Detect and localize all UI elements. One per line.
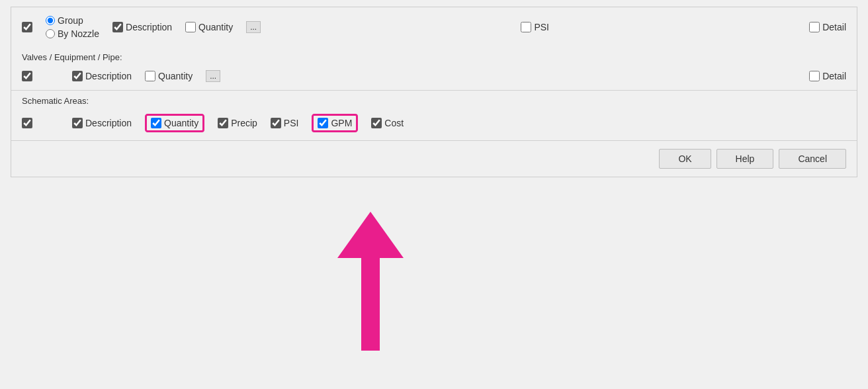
cancel-button[interactable]: Cancel: [779, 149, 846, 169]
valves-section-label: Valves / Equipment / Pipe:: [22, 52, 846, 62]
valves-description-input[interactable]: [72, 71, 83, 81]
row-schematic: Description Quantity Precip PSI GPM: [22, 111, 846, 135]
group-detail-label: Detail: [822, 22, 846, 32]
valves-description-checkbox[interactable]: Description: [72, 71, 132, 81]
schematic-description-input[interactable]: [72, 118, 83, 128]
valves-detail-label: Detail: [822, 71, 846, 81]
arrow-svg: [331, 205, 410, 351]
group-psi-input[interactable]: [521, 22, 531, 32]
valves-quantity-label: Quantity: [158, 71, 193, 81]
group-quantity-label: Quantity: [198, 22, 233, 32]
row-group: Group By Nozzle Description Quantity ...: [22, 13, 846, 42]
section-schematic: Schematic Areas: Description Quantity Pr…: [11, 91, 857, 141]
radio-group-input[interactable]: [46, 16, 55, 25]
schematic-gpm-highlighted[interactable]: GPM: [312, 114, 358, 132]
ok-button[interactable]: OK: [659, 149, 711, 169]
buttons-row: OK Help Cancel: [11, 141, 857, 177]
group-detail-checkbox[interactable]: Detail: [809, 22, 846, 32]
group-description-input[interactable]: [112, 22, 123, 32]
valves-quantity-ellipsis[interactable]: ...: [206, 70, 220, 82]
row-valves: Description Quantity ... Detail: [22, 67, 846, 85]
group-psi-label: PSI: [534, 22, 549, 32]
schematic-main-checkbox[interactable]: [22, 118, 32, 128]
schematic-section-label: Schematic Areas:: [22, 96, 846, 106]
schematic-quantity-label: Quantity: [164, 118, 198, 128]
schematic-psi-checkbox[interactable]: PSI: [271, 118, 299, 128]
group-description-checkbox[interactable]: Description: [112, 22, 172, 32]
radio-group-label: Group: [58, 15, 83, 26]
schematic-cost-input[interactable]: [371, 118, 382, 128]
valves-main-check-input[interactable]: [22, 71, 32, 81]
group-quantity-checkbox[interactable]: Quantity: [185, 22, 233, 32]
group-main-check-input[interactable]: [22, 22, 32, 32]
section-group: Group By Nozzle Description Quantity ...: [11, 7, 857, 47]
schematic-precip-checkbox[interactable]: Precip: [218, 118, 257, 128]
help-button[interactable]: Help: [716, 149, 774, 169]
schematic-main-check-input[interactable]: [22, 118, 32, 128]
group-description-label: Description: [126, 22, 172, 32]
group-psi-checkbox[interactable]: PSI: [521, 22, 549, 32]
dialog: Group By Nozzle Description Quantity ...: [11, 7, 857, 177]
section-valves: Valves / Equipment / Pipe: Description Q…: [11, 47, 857, 91]
schematic-precip-label: Precip: [231, 118, 257, 128]
valves-detail-input[interactable]: [809, 71, 820, 81]
radio-bynozzle-item[interactable]: By Nozzle: [46, 28, 99, 39]
arrow-annotation: [331, 205, 410, 351]
schematic-gpm-input[interactable]: [318, 118, 328, 128]
valves-quantity-checkbox[interactable]: Quantity: [145, 71, 193, 81]
schematic-gpm-label: GPM: [331, 118, 352, 128]
schematic-description-label: Description: [85, 118, 132, 128]
group-detail-input[interactable]: [809, 22, 820, 32]
group-main-checkbox[interactable]: [22, 22, 32, 32]
schematic-quantity-input[interactable]: [151, 118, 161, 128]
group-quantity-input[interactable]: [185, 22, 196, 32]
valves-main-checkbox[interactable]: [22, 71, 32, 81]
radio-group-item[interactable]: Group: [46, 15, 99, 26]
radio-bynozzle-input[interactable]: [46, 29, 55, 38]
schematic-description-checkbox[interactable]: Description: [72, 118, 132, 128]
schematic-quantity-highlighted[interactable]: Quantity: [145, 114, 204, 132]
valves-description-label: Description: [85, 71, 132, 81]
schematic-cost-label: Cost: [384, 118, 404, 128]
valves-detail-checkbox[interactable]: Detail: [809, 71, 846, 81]
svg-marker-2: [337, 212, 404, 258]
schematic-psi-label: PSI: [284, 118, 299, 128]
schematic-cost-checkbox[interactable]: Cost: [371, 118, 404, 128]
group-quantity-ellipsis[interactable]: ...: [246, 21, 261, 33]
schematic-precip-input[interactable]: [218, 118, 228, 128]
valves-quantity-input[interactable]: [145, 71, 155, 81]
schematic-psi-input[interactable]: [271, 118, 281, 128]
radio-group: Group By Nozzle: [46, 15, 99, 39]
radio-bynozzle-label: By Nozzle: [58, 28, 99, 39]
